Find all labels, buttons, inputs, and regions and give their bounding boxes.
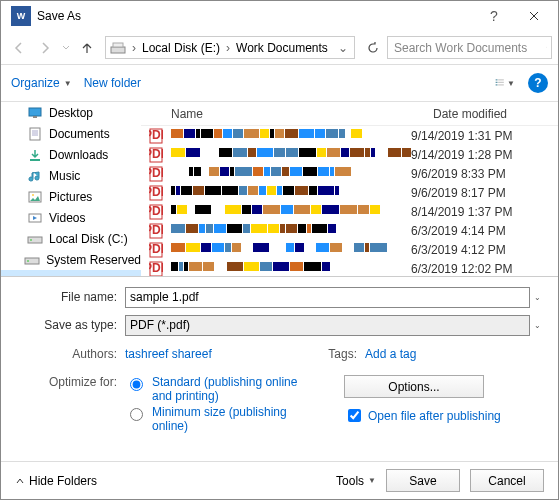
optimize-label: Optimize for:	[15, 375, 125, 389]
file-name-redacted	[171, 167, 411, 181]
tree-item[interactable]: Music	[1, 165, 141, 186]
file-name-redacted	[171, 262, 411, 276]
forward-button[interactable]	[33, 36, 57, 60]
savetype-select[interactable]: PDF (*.pdf)	[125, 315, 530, 336]
svg-point-14	[32, 194, 34, 196]
file-row[interactable]: PDF9/14/2019 1:28 PM	[141, 145, 558, 164]
svg-text:PDF: PDF	[149, 261, 163, 275]
footer: Hide Folders Tools ▼ Save Cancel	[1, 461, 558, 499]
tags-value[interactable]: Add a tag	[365, 347, 416, 361]
search-icon	[546, 41, 547, 54]
file-row[interactable]: PDF9/6/2019 8:17 PM	[141, 183, 558, 202]
file-date: 6/3/2019 4:12 PM	[411, 243, 506, 257]
savetype-label: Save as type:	[15, 318, 125, 332]
pdf-icon: PDF	[149, 185, 165, 201]
tree-item[interactable]: Local Disk (C:)	[1, 228, 141, 249]
tree-item[interactable]: System Reserved	[1, 249, 141, 270]
file-list-header[interactable]: Name Date modified	[141, 102, 558, 126]
savetype-dropdown[interactable]: ⌄	[530, 321, 544, 330]
breadcrumb-seg1[interactable]: Local Disk (E:)	[138, 41, 224, 55]
radio-standard[interactable]: Standard (publishing online and printing…	[125, 375, 344, 403]
nav-tree[interactable]: DesktopDocumentsDownloadsMusicPicturesVi…	[1, 102, 141, 276]
svg-rect-6	[498, 82, 504, 83]
tree-item[interactable]: Desktop	[1, 102, 141, 123]
filename-dropdown[interactable]: ⌄	[530, 293, 544, 302]
svg-point-19	[27, 260, 29, 262]
file-list: Name Date modified PDF9/14/2019 1:31 PMP…	[141, 102, 558, 276]
pdf-icon: PDF	[149, 147, 165, 163]
recent-dropdown[interactable]	[59, 36, 73, 60]
svg-rect-8	[498, 84, 504, 85]
help-button[interactable]: ?	[474, 1, 514, 31]
file-date: 9/6/2019 8:17 PM	[411, 186, 506, 200]
file-row[interactable]: PDF9/6/2019 8:33 PM	[141, 164, 558, 183]
pdf-icon: PDF	[149, 242, 165, 258]
file-row[interactable]: PDF8/14/2019 1:37 PM	[141, 202, 558, 221]
chevron-up-icon	[15, 476, 25, 486]
new-folder-button[interactable]: New folder	[84, 76, 141, 90]
svg-point-17	[30, 239, 32, 241]
col-date[interactable]: Date modified	[433, 107, 558, 121]
tags-label: Tags:	[305, 347, 365, 361]
breadcrumb-seg2[interactable]: Work Documents	[232, 41, 332, 55]
col-name[interactable]: Name	[171, 107, 433, 121]
radio-standard-input[interactable]	[130, 378, 143, 391]
body-split: DesktopDocumentsDownloadsMusicPicturesVi…	[1, 101, 558, 277]
back-button[interactable]	[7, 36, 31, 60]
organize-menu[interactable]: Organize ▼	[11, 76, 72, 90]
pdf-icon: PDF	[149, 204, 165, 220]
open-after-checkbox[interactable]: Open file after publishing	[344, 406, 501, 425]
cancel-button[interactable]: Cancel	[470, 469, 544, 492]
search-box[interactable]	[387, 36, 552, 59]
filename-label: File name:	[15, 290, 125, 304]
svg-rect-7	[496, 84, 498, 85]
toolbar: Organize ▼ New folder ▼ ?	[1, 65, 558, 101]
svg-point-2	[546, 47, 547, 48]
file-date: 9/14/2019 1:28 PM	[411, 148, 512, 162]
file-date: 6/3/2019 12:02 PM	[411, 262, 512, 276]
file-name-redacted	[171, 224, 411, 238]
svg-rect-9	[29, 108, 41, 116]
file-row[interactable]: PDF9/14/2019 1:31 PM	[141, 126, 558, 145]
up-button[interactable]	[75, 36, 99, 60]
saveas-dialog: W Save As ? › Local Disk (E:) › Work Doc…	[0, 0, 559, 500]
file-date: 9/6/2019 8:33 PM	[411, 167, 506, 181]
word-app-icon: W	[11, 6, 31, 26]
options-button[interactable]: Options...	[344, 375, 484, 398]
chevron-right-icon: ›	[224, 41, 232, 55]
help-icon[interactable]: ?	[528, 73, 548, 93]
search-input[interactable]	[392, 40, 546, 56]
view-menu[interactable]: ▼	[494, 72, 516, 94]
file-name-redacted	[171, 148, 411, 162]
file-name-redacted	[171, 243, 411, 257]
tree-item[interactable]: ▾Local Disk (E:)	[1, 270, 141, 276]
svg-text:PDF: PDF	[149, 185, 163, 199]
radio-minimum-input[interactable]	[130, 408, 143, 421]
chevron-down-icon[interactable]: ⌄	[336, 41, 354, 55]
drive-icon	[108, 38, 128, 58]
tree-item[interactable]: Videos	[1, 207, 141, 228]
tree-item[interactable]: Documents	[1, 123, 141, 144]
file-row[interactable]: PDF6/3/2019 12:02 PM	[141, 259, 558, 276]
authors-value[interactable]: tashreef shareef	[125, 347, 305, 361]
tree-item[interactable]: Pictures	[1, 186, 141, 207]
svg-text:PDF: PDF	[149, 166, 163, 180]
pdf-icon: PDF	[149, 223, 165, 239]
hide-folders-toggle[interactable]: Hide Folders	[15, 474, 97, 488]
bottom-form: File name: ⌄ Save as type: PDF (*.pdf) ⌄…	[1, 277, 558, 461]
filename-input[interactable]	[125, 287, 530, 308]
open-after-input[interactable]	[348, 409, 361, 422]
close-button[interactable]	[514, 1, 554, 31]
breadcrumb[interactable]: › Local Disk (E:) › Work Documents ⌄	[105, 36, 355, 59]
file-row[interactable]: PDF6/3/2019 4:12 PM	[141, 240, 558, 259]
tools-menu[interactable]: Tools ▼	[336, 474, 376, 488]
tree-item[interactable]: Downloads	[1, 144, 141, 165]
file-row[interactable]: PDF6/3/2019 4:14 PM	[141, 221, 558, 240]
file-list-body[interactable]: PDF9/14/2019 1:31 PMPDF9/14/2019 1:28 PM…	[141, 126, 558, 276]
file-date: 9/14/2019 1:31 PM	[411, 129, 512, 143]
refresh-button[interactable]	[361, 36, 385, 60]
file-date: 8/14/2019 1:37 PM	[411, 205, 512, 219]
radio-minimum[interactable]: Minimum size (publishing online)	[125, 405, 344, 433]
save-button[interactable]: Save	[386, 469, 460, 492]
pdf-icon: PDF	[149, 128, 165, 144]
